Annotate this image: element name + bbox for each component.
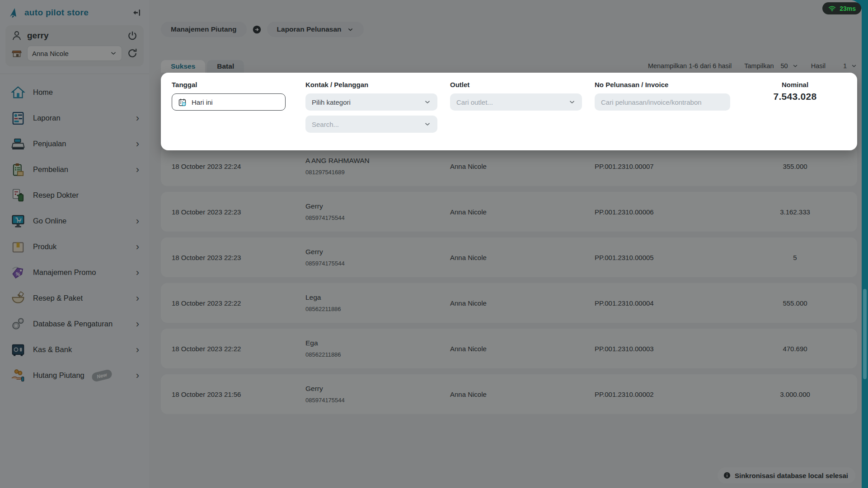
date-filter-value: Hari ini: [192, 98, 213, 106]
date-filter-input[interactable]: Hari ini: [172, 93, 286, 111]
kontak-search-select[interactable]: Search...: [305, 116, 437, 133]
filter-kontak-label: Kontak / Pelanggan: [305, 81, 450, 88]
chevron-down-icon: [424, 98, 431, 106]
calendar-icon: [178, 98, 187, 107]
kontak-search-placeholder: Search...: [312, 121, 339, 128]
latency-badge: 23ms: [822, 2, 861, 14]
filter-kontak: Kontak / Pelanggan Pilih kategori Search…: [305, 81, 450, 133]
scrollbar-thumb[interactable]: [863, 289, 867, 379]
filter-panel: Tanggal Hari ini Kontak / Pelanggan Pili…: [161, 73, 857, 150]
filter-invoice: No Pelunasan / Invoice: [595, 81, 744, 133]
filter-invoice-label: No Pelunasan / Invoice: [595, 81, 744, 88]
kontak-category-value: Pilih kategori: [312, 98, 351, 106]
filter-outlet-label: Outlet: [450, 81, 595, 88]
nominal-total: 7.543.028: [744, 91, 846, 102]
filter-tanggal: Tanggal Hari ini: [172, 81, 305, 133]
kontak-category-select[interactable]: Pilih kategori: [305, 93, 437, 111]
filter-outlet: Outlet Cari outlet...: [450, 81, 595, 133]
filter-tanggal-label: Tanggal: [172, 81, 305, 88]
latency-value: 23ms: [840, 5, 856, 12]
nominal-label: Nominal: [744, 81, 846, 88]
chevron-down-icon: [424, 121, 431, 128]
chevron-down-icon: [568, 98, 576, 106]
outlet-filter-placeholder: Cari outlet...: [456, 98, 493, 106]
app-window: auto pilot store gerry Anna Nic: [0, 0, 862, 488]
outlet-filter-select[interactable]: Cari outlet...: [450, 93, 582, 111]
wifi-icon: [828, 4, 836, 13]
invoice-search-input[interactable]: [595, 93, 730, 111]
nominal-summary: Nominal 7.543.028: [744, 81, 846, 133]
